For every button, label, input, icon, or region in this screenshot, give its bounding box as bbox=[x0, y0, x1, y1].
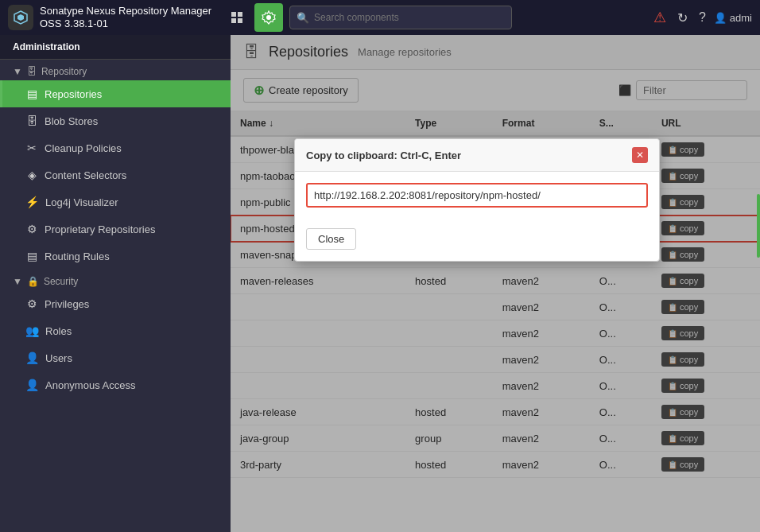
modal-title: Copy to clipboard: Ctrl-C, Enter bbox=[306, 150, 461, 161]
sidebar-item-label: Repositories bbox=[45, 88, 102, 100]
sidebar-item-anonymous-access[interactable]: 👤 Anonymous Access bbox=[0, 371, 231, 398]
security-group-icon: 🔒 bbox=[27, 276, 39, 287]
modal-overlay: Copy to clipboard: Ctrl-C, Enter ✕ Close bbox=[231, 35, 760, 532]
user-icon: 👤 bbox=[714, 12, 727, 24]
sidebar-group-security[interactable]: ▼ 🔒 Security bbox=[0, 270, 231, 290]
admin-menu-btn[interactable]: 👤 admi bbox=[714, 12, 752, 24]
log4j-icon: ⚡ bbox=[25, 196, 39, 208]
sidebar-item-roles[interactable]: 👥 Roles bbox=[0, 317, 231, 344]
sidebar-item-label: Anonymous Access bbox=[45, 379, 135, 391]
svg-rect-5 bbox=[238, 18, 242, 23]
svg-rect-4 bbox=[231, 18, 236, 23]
security-group-label: Security bbox=[44, 276, 78, 287]
svg-marker-1 bbox=[17, 14, 24, 21]
blob-stores-icon: 🗄 bbox=[25, 115, 38, 127]
main-content: 🗄 Repositories Manage repositories ⊕ Cre… bbox=[231, 35, 760, 532]
app-version: OSS 3.38.1-01 bbox=[40, 17, 211, 30]
admin-label: admi bbox=[730, 12, 752, 24]
modal-footer: Close bbox=[295, 228, 659, 261]
settings-icon-btn[interactable] bbox=[254, 3, 283, 32]
sidebar-item-blob-stores[interactable]: 🗄 Blob Stores bbox=[0, 107, 231, 134]
sidebar-item-proprietary-repos[interactable]: ⚙ Proprietary Repositories bbox=[0, 216, 231, 243]
modal-url-input[interactable] bbox=[306, 183, 648, 208]
help-icon[interactable]: ? bbox=[696, 7, 709, 28]
sidebar-item-cleanup-policies[interactable]: ✂ Cleanup Policies bbox=[0, 134, 231, 161]
sidebar-group-repository[interactable]: ▼ 🗄 Repository bbox=[0, 60, 231, 80]
modal-body bbox=[295, 172, 659, 228]
sidebar-item-label: Log4j Visualizer bbox=[45, 196, 118, 208]
chevron-down-icon: ▼ bbox=[13, 66, 22, 77]
app-name: Sonatype Nexus Repository Manager bbox=[40, 5, 211, 17]
routing-icon: ▤ bbox=[25, 250, 38, 262]
svg-rect-2 bbox=[231, 12, 236, 17]
repositories-icon: ▤ bbox=[25, 87, 38, 100]
privileges-icon: ⚙ bbox=[25, 297, 38, 310]
chevron-down-icon2: ▼ bbox=[13, 276, 22, 287]
sidebar-item-label: Routing Rules bbox=[45, 250, 110, 262]
anon-icon: 👤 bbox=[25, 379, 39, 391]
close-modal-button[interactable]: Close bbox=[306, 228, 356, 250]
sidebar-item-label: Roles bbox=[45, 325, 72, 337]
packages-icon-btn[interactable] bbox=[223, 3, 251, 32]
navbar-right: ⚠ ↻ ? 👤 admi bbox=[650, 6, 752, 29]
svg-point-6 bbox=[266, 15, 271, 20]
repo-group-icon: 🗄 bbox=[27, 66, 37, 77]
modal-header: Copy to clipboard: Ctrl-C, Enter ✕ bbox=[295, 139, 659, 172]
sidebar-item-label: Cleanup Policies bbox=[45, 142, 122, 154]
sidebar-item-label: Content Selectors bbox=[45, 169, 126, 181]
app-layout: Administration ▼ 🗄 Repository ▤ Reposito… bbox=[0, 35, 760, 532]
sidebar-section-header: Administration bbox=[0, 35, 231, 60]
search-icon: 🔍 bbox=[297, 12, 309, 24]
repo-group-label: Repository bbox=[41, 66, 87, 77]
sidebar: Administration ▼ 🗄 Repository ▤ Reposito… bbox=[0, 35, 231, 532]
sidebar-item-label: Blob Stores bbox=[45, 115, 98, 127]
nav-icon-group bbox=[223, 3, 283, 32]
roles-icon: 👥 bbox=[25, 324, 39, 337]
refresh-icon[interactable]: ↻ bbox=[674, 7, 691, 29]
search-bar[interactable]: 🔍 bbox=[289, 6, 512, 29]
sidebar-item-routing-rules[interactable]: ▤ Routing Rules bbox=[0, 243, 231, 270]
warning-icon: ⚠ bbox=[650, 6, 669, 29]
svg-rect-3 bbox=[238, 12, 242, 17]
content-selectors-icon: ◈ bbox=[25, 169, 38, 181]
navbar: Sonatype Nexus Repository Manager OSS 3.… bbox=[0, 0, 760, 35]
users-icon: 👤 bbox=[25, 351, 39, 364]
sidebar-item-label: Privileges bbox=[45, 298, 89, 310]
sidebar-item-repositories[interactable]: ▤ Repositories bbox=[0, 80, 231, 107]
sidebar-item-content-selectors[interactable]: ◈ Content Selectors bbox=[0, 161, 231, 188]
cleanup-icon: ✂ bbox=[25, 142, 38, 154]
search-input[interactable] bbox=[314, 12, 505, 23]
sidebar-item-log4j[interactable]: ⚡ Log4j Visualizer bbox=[0, 188, 231, 216]
copy-modal: Copy to clipboard: Ctrl-C, Enter ✕ Close bbox=[294, 138, 660, 262]
modal-close-button[interactable]: ✕ bbox=[632, 147, 648, 163]
app-logo bbox=[8, 5, 33, 30]
sidebar-item-users[interactable]: 👤 Users bbox=[0, 344, 231, 371]
sidebar-item-privileges[interactable]: ⚙ Privileges bbox=[0, 290, 231, 317]
sidebar-item-label: Users bbox=[45, 352, 72, 364]
proprietary-icon: ⚙ bbox=[25, 223, 38, 235]
scrollbar[interactable] bbox=[757, 194, 760, 258]
sidebar-item-label: Proprietary Repositories bbox=[45, 223, 155, 235]
